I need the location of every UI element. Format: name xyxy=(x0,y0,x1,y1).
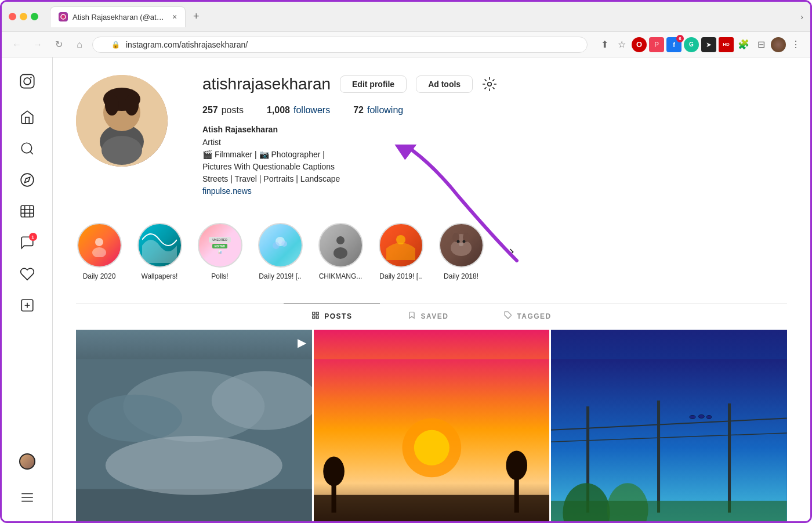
story-item-daily2020[interactable]: Daily 2020 xyxy=(76,223,122,280)
svg-line-5 xyxy=(30,152,33,154)
menu-icon[interactable]: ⋮ xyxy=(788,37,803,52)
share-icon[interactable]: ⬆ xyxy=(597,37,612,52)
post-item-1[interactable]: ▶ xyxy=(76,330,312,521)
hd-icon[interactable]: HD xyxy=(719,37,734,52)
address-input[interactable]: 🔒 instagram.com/atishrajasekharan/ xyxy=(92,37,588,53)
svg-point-6 xyxy=(21,174,34,186)
puzzle-icon[interactable]: 🧩 xyxy=(736,37,751,52)
address-bar: ← → ↻ ⌂ 🔒 instagram.com/atishrajasekhara… xyxy=(2,32,810,57)
post-item-2[interactable] xyxy=(314,330,550,521)
svg-point-49 xyxy=(106,436,282,495)
tab-close-icon[interactable]: × xyxy=(172,12,177,21)
story-item-wallpapers[interactable]: Wallpapers! xyxy=(136,223,183,280)
sidebar-item-home[interactable] xyxy=(13,103,42,132)
story-label-7: Daily 2018! xyxy=(444,272,478,280)
forward-button[interactable]: → xyxy=(30,37,46,53)
tab-right-controls: › xyxy=(800,12,803,21)
post-grid: ▶ xyxy=(76,330,787,521)
svg-marker-7 xyxy=(24,177,30,182)
svg-rect-39 xyxy=(313,312,315,315)
new-tab-button[interactable]: + xyxy=(188,9,204,25)
svg-point-46 xyxy=(88,395,182,442)
sidebar-item-explore[interactable] xyxy=(13,165,42,194)
stat-posts: 257 posts xyxy=(202,105,244,116)
svg-rect-69 xyxy=(551,501,787,521)
lock-icon: 🔒 xyxy=(111,41,120,49)
svg-point-38 xyxy=(459,243,463,246)
profile-avatar-wrap xyxy=(76,75,168,167)
profile-username: atishrajasekharan xyxy=(202,75,331,93)
svg-point-22 xyxy=(488,82,492,86)
grammarly-icon[interactable]: G xyxy=(684,37,699,52)
svg-rect-41 xyxy=(313,316,315,318)
story-label-5: CHIKMANG... xyxy=(319,272,362,280)
story-label-2: Wallpapers! xyxy=(142,272,178,280)
sidebar-item-likes[interactable] xyxy=(13,259,42,288)
sidebar-item-profile[interactable] xyxy=(13,447,42,476)
svg-point-30 xyxy=(334,247,347,259)
bio-title: Artist xyxy=(202,136,598,149)
active-tab[interactable]: Atish Rajasekharan (@atishraja... × xyxy=(50,6,186,27)
svg-point-29 xyxy=(336,236,345,244)
sidebar-item-messages[interactable]: 1 xyxy=(13,228,42,257)
ig-content-wrapper: atishrajasekharan Edit profile Ad tools xyxy=(53,57,810,521)
close-button[interactable] xyxy=(9,13,16,20)
stories-next-button[interactable] xyxy=(503,229,520,274)
stat-following[interactable]: 72 following xyxy=(353,105,403,116)
story-item-daily2019-2[interactable]: Daily 2019! [.. xyxy=(378,223,424,280)
maximize-button[interactable] xyxy=(31,13,38,20)
edit-profile-button[interactable]: Edit profile xyxy=(340,75,407,93)
content-tabs: POSTS SAVED TAGGED xyxy=(76,304,787,328)
story-circle-5 xyxy=(318,223,363,268)
sidebar-item-menu[interactable] xyxy=(13,483,42,512)
minimize-button[interactable] xyxy=(20,13,27,20)
svg-point-0 xyxy=(61,15,66,19)
saved-tab-icon xyxy=(408,311,416,321)
followers-label[interactable]: followers xyxy=(293,105,330,116)
tab-saved[interactable]: SAVED xyxy=(380,304,476,328)
svg-point-36 xyxy=(456,240,459,243)
following-count: 72 xyxy=(353,105,364,116)
bio-line3: Streets | Travel | Portraits | Landscape xyxy=(202,173,598,185)
tab-bar: Atish Rajasekharan (@atishraja... × + › xyxy=(50,6,803,27)
sidebar-item-search[interactable] xyxy=(13,134,42,163)
stat-followers[interactable]: 1,008 followers xyxy=(267,105,330,116)
reload-button[interactable]: ↻ xyxy=(50,37,67,53)
tab-posts[interactable]: POSTS xyxy=(284,304,380,328)
send-icon[interactable]: ➤ xyxy=(701,37,716,52)
story-circle-7 xyxy=(439,223,484,268)
svg-point-27 xyxy=(281,241,287,247)
story-item-chikmang[interactable]: CHIKMANG... xyxy=(317,223,364,280)
browser-toolbar: ⬆ ☆ O P f 6 G ➤ HD 🧩 ⊟ ⋮ xyxy=(597,37,803,52)
svg-point-23 xyxy=(95,238,103,246)
main-area: 1 xyxy=(2,57,810,521)
post-item-3[interactable] xyxy=(551,330,787,521)
profile-avatar xyxy=(76,75,168,167)
pocket-icon[interactable]: P xyxy=(649,37,664,52)
settings-button[interactable] xyxy=(482,77,497,92)
story-item-polls[interactable]: UNEDITED EDITED 📊 Polls! xyxy=(197,223,243,280)
tab-tagged[interactable]: TAGGED xyxy=(476,304,579,328)
tab-chevron-icon[interactable]: › xyxy=(800,12,803,21)
profile-link[interactable]: finpulse.news xyxy=(202,186,252,196)
url-text: instagram.com/atishrajasekharan/ xyxy=(126,40,248,49)
user-avatar-icon[interactable] xyxy=(771,37,786,52)
svg-point-24 xyxy=(92,247,106,257)
svg-rect-40 xyxy=(316,312,318,315)
bookmark-star-icon[interactable]: ☆ xyxy=(614,37,629,52)
ig-logo[interactable] xyxy=(13,67,42,96)
profile-name: Atish Rajasekharan xyxy=(202,125,598,134)
ad-tools-button[interactable]: Ad tools xyxy=(416,75,473,93)
facebook-icon[interactable]: f 6 xyxy=(666,37,682,52)
opera-icon[interactable]: O xyxy=(632,37,647,52)
sidebar-item-create[interactable] xyxy=(13,291,42,320)
following-label[interactable]: following xyxy=(367,105,403,116)
svg-point-37 xyxy=(462,240,465,243)
story-item-daily2018[interactable]: Daily 2018! xyxy=(438,223,484,280)
back-button[interactable]: ← xyxy=(9,37,25,53)
home-button[interactable]: ⌂ xyxy=(71,37,88,53)
sidebar-item-reels[interactable] xyxy=(13,197,42,226)
story-item-daily2019-1[interactable]: Daily 2019! [.. xyxy=(257,223,303,280)
story-label-4: Daily 2019! [.. xyxy=(259,272,301,280)
sidebar-toggle-icon[interactable]: ⊟ xyxy=(753,37,768,52)
